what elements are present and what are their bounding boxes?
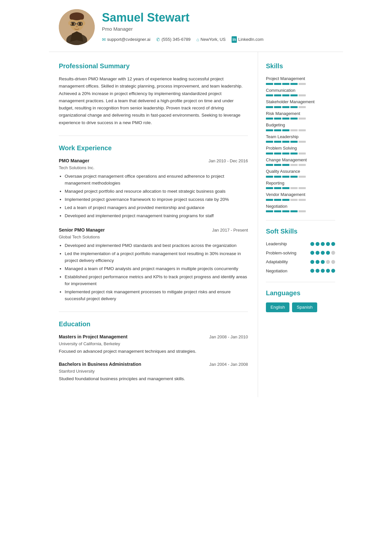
dot — [321, 242, 325, 246]
languages-title: Languages — [266, 288, 335, 298]
skill-bar-segment — [282, 164, 289, 166]
right-column: Skills Project ManagementCommunicationSt… — [258, 52, 343, 397]
dot — [321, 260, 325, 264]
candidate-title: Pmo Manager — [102, 25, 333, 33]
skill-bar — [266, 199, 335, 201]
skill-bar-segment — [299, 129, 306, 131]
dot — [310, 269, 314, 273]
job-dates-1: Jan 2010 - Dec 2016 — [208, 158, 248, 164]
dot — [310, 251, 314, 255]
skill-bar-segment — [266, 187, 273, 189]
candidate-name: Samuel Stewart — [102, 11, 333, 24]
skill-bar-segment — [290, 210, 298, 212]
soft-skill-dots — [310, 260, 335, 264]
job-title-2: Senior PMO Manager — [59, 227, 105, 234]
skill-bar-segment — [299, 94, 306, 96]
skill-bar-segment — [282, 94, 289, 96]
work-section: Work Experience PMO Manager Jan 2010 - D… — [59, 143, 248, 302]
skill-bar-segment — [290, 129, 298, 131]
skill-bar — [266, 94, 335, 96]
soft-skill-row: Problem-solving — [266, 250, 335, 256]
bullet: Led the implementation of a project port… — [65, 251, 248, 264]
svg-rect-8 — [70, 16, 84, 20]
soft-skill-dots — [310, 269, 335, 273]
soft-skills-divider — [266, 282, 335, 282]
skill-bar-segment — [274, 129, 281, 131]
skill-bar-segment — [290, 118, 298, 120]
language-tags: EnglishSpanish — [266, 302, 335, 312]
skill-bar — [266, 164, 335, 166]
skill-bar-segment — [290, 106, 298, 108]
skill-bar-segment — [282, 106, 289, 108]
phone-icon: ✆ — [156, 36, 160, 43]
skill-bar-segment — [299, 187, 306, 189]
skill-item: Quality Assurance — [266, 168, 335, 178]
svg-point-17 — [68, 21, 71, 25]
skill-name: Change Management — [266, 157, 335, 163]
edu-block-2: Bachelors in Business Administration Jan… — [59, 361, 248, 382]
edu-dates-2: Jan 2004 - Jan 2008 — [209, 361, 248, 368]
skill-bar-segment — [282, 83, 289, 85]
bullet: Oversaw project management office operat… — [65, 173, 248, 187]
bullet: Implemented project governance framework… — [65, 196, 248, 203]
skill-bar — [266, 153, 335, 154]
bullet: Managed a team of PMO analysts and proje… — [65, 266, 248, 272]
skill-bar-segment — [282, 129, 289, 131]
skill-item: Negotiation — [266, 203, 335, 213]
skill-bar-segment — [299, 118, 306, 120]
email-text: support@cvdesigner.ai — [107, 36, 150, 43]
soft-skill-name: Adaptability — [266, 259, 288, 265]
skill-name: Problem Solving — [266, 145, 335, 152]
skill-item: Team Leadership — [266, 134, 335, 143]
skill-item: Project Management — [266, 75, 335, 85]
edu-degree-2: Bachelors in Business Administration — [59, 361, 141, 368]
skill-item: Risk Management — [266, 110, 335, 120]
skill-bar-segment — [274, 187, 281, 189]
job-bullets-2: Developed and implemented PMO standards … — [59, 242, 248, 302]
contact-phone: ✆ (555) 345-6789 — [156, 36, 190, 43]
svg-point-16 — [76, 26, 78, 27]
skill-bar-segment — [274, 210, 281, 212]
skill-item: Problem Solving — [266, 145, 335, 154]
location-icon: ⌂ — [196, 36, 199, 43]
skill-name: Stakeholder Management — [266, 99, 335, 105]
job-header-1: PMO Manager Jan 2010 - Dec 2016 — [59, 157, 248, 164]
bullet: Managed project portfolio and resource a… — [65, 188, 248, 195]
skill-bar — [266, 129, 335, 131]
skill-name: Project Management — [266, 75, 335, 82]
skill-bar-segment — [299, 153, 306, 154]
skill-bar-segment — [282, 210, 289, 212]
skill-bar-segment — [299, 141, 306, 143]
contact-linkedin: in LinkedIn.com — [232, 36, 264, 43]
skill-name: Vendor Management — [266, 191, 335, 198]
edu-degree-1: Masters in Project Management — [59, 333, 127, 340]
job-title-1: PMO Manager — [59, 157, 89, 164]
skills-list: Project ManagementCommunicationStakehold… — [266, 75, 335, 212]
skill-bar-segment — [290, 153, 298, 154]
skill-bar-segment — [266, 83, 273, 85]
work-title: Work Experience — [59, 143, 248, 153]
skill-bar-segment — [299, 199, 306, 201]
skill-bar-segment — [299, 83, 306, 85]
skill-bar-segment — [266, 141, 273, 143]
bullet: Led a team of project managers and provi… — [65, 204, 248, 211]
soft-skills-section: Soft Skills LeadershipProblem-solvingAda… — [266, 226, 335, 274]
edu-dates-1: Jan 2008 - Jan 2010 — [209, 334, 248, 340]
dot — [316, 242, 319, 246]
edu-header-1: Masters in Project Management Jan 2008 -… — [59, 333, 248, 340]
dot — [321, 251, 325, 255]
skills-section: Skills Project ManagementCommunicationSt… — [266, 61, 335, 212]
skill-bar-segment — [282, 153, 289, 154]
dot — [326, 269, 330, 273]
skill-bar-segment — [299, 106, 306, 108]
dot — [316, 269, 319, 273]
dot — [326, 242, 330, 246]
dot — [316, 251, 319, 255]
skill-bar-segment — [274, 94, 281, 96]
skill-bar-segment — [282, 141, 289, 143]
skill-name: Budgeting — [266, 122, 335, 128]
soft-skill-row: Leadership — [266, 241, 335, 247]
skill-bar-segment — [266, 118, 273, 120]
skill-item: Reporting — [266, 180, 335, 189]
svg-point-18 — [83, 21, 85, 25]
